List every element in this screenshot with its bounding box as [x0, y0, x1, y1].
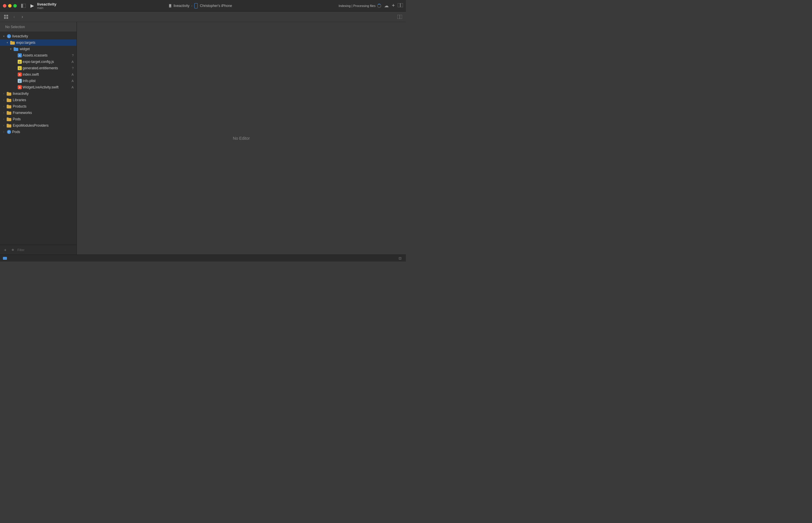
sidebar-item-label: Frameworks	[13, 111, 75, 115]
titlebar: ▶ liveactivity main liveactivity › Chris…	[0, 0, 406, 12]
sidebar-item-expomodulesproviders[interactable]: ExpoModulesProviders	[0, 122, 76, 129]
sidebar-item-frameworks[interactable]: Frameworks	[0, 110, 76, 116]
layout-toggle-button[interactable]	[398, 3, 403, 8]
chevron-icon	[2, 111, 6, 115]
project-info: liveactivity main	[37, 2, 56, 10]
sidebar-item-label: widget	[20, 47, 75, 51]
sidebar-item-expo-target-config[interactable]: js expo-target.config.js A	[0, 58, 76, 65]
editor-layout-button[interactable]	[397, 14, 403, 20]
titlebar-center: liveactivity › Christopher's iPhone	[62, 3, 339, 8]
sidebar-item-pods-blue[interactable]: P Pods	[0, 129, 76, 135]
chevron-icon	[9, 47, 13, 51]
project-icon: L	[7, 34, 11, 38]
folder-icon	[7, 124, 11, 128]
maximize-button[interactable]	[13, 4, 17, 7]
minimize-button[interactable]	[8, 4, 12, 7]
indexing-status: Indexing | Processing files	[339, 4, 381, 8]
sidebar-item-label: Assets.xcassets	[23, 53, 72, 57]
chevron-icon	[2, 104, 6, 108]
sidebar-item-products[interactable]: Products	[0, 103, 76, 110]
chevron-icon	[2, 130, 6, 134]
sidebar-item-widget[interactable]: widget	[0, 46, 76, 52]
sidebar-item-label: expo-target.config.js	[23, 60, 72, 64]
titlebar-right: Indexing | Processing files ☁ +	[339, 3, 403, 9]
main-layout: No Selection L liveactivity expo:targets…	[0, 22, 406, 255]
js-icon: js	[18, 60, 22, 64]
sidebar-item-label: index.swift	[23, 72, 72, 76]
svg-rect-2	[169, 4, 171, 7]
sidebar-header: No Selection	[0, 22, 76, 32]
sidebar-item-widgetliveactivity-swift[interactable]: S WidgetLiveActivity.swift A	[0, 84, 76, 90]
back-button[interactable]: ‹	[11, 14, 17, 20]
folder-icon	[10, 41, 15, 44]
pods-circle-icon: P	[7, 130, 11, 134]
sidebar-item-liveactivity-root[interactable]: L liveactivity	[0, 33, 76, 39]
swift-icon: S	[18, 85, 22, 89]
svg-rect-6	[398, 3, 400, 7]
no-editor-label: No Editor	[233, 136, 250, 141]
sidebar-item-assets-xcassets[interactable]: A Assets.xcassets ?	[0, 52, 76, 58]
folder-icon	[7, 118, 11, 121]
editor-main: No Editor	[77, 22, 406, 255]
forward-button[interactable]: ›	[19, 14, 25, 20]
close-button[interactable]	[3, 4, 6, 7]
plist-icon: p	[18, 79, 22, 83]
chevron-icon	[2, 92, 6, 96]
indexing-spinner	[377, 4, 381, 8]
project-branch: main	[37, 6, 43, 10]
swift-icon: S	[18, 72, 22, 76]
sidebar-item-label: generated.entitlements	[23, 66, 72, 70]
folder-icon	[7, 105, 11, 108]
chevron-icon	[2, 34, 6, 38]
sidebar-item-label: liveactivity	[13, 92, 75, 96]
filter-options-button[interactable]: ⊕	[10, 247, 16, 253]
sidebar-item-label: ExpoModulesProviders	[13, 124, 75, 128]
file-badge: A	[72, 60, 75, 64]
sidebar-footer: + ⊕ Filter	[0, 245, 76, 255]
sidebar-item-liveactivity-group[interactable]: liveactivity	[0, 90, 76, 97]
no-selection-label: No Selection	[3, 24, 27, 30]
sidebar-toggle-button[interactable]	[20, 3, 27, 9]
sidebar-item-info-plist[interactable]: p Info.plist A	[0, 78, 76, 84]
grid-view-button[interactable]	[3, 14, 9, 20]
sidebar-item-label: Products	[13, 104, 75, 108]
sidebar: No Selection L liveactivity expo:targets…	[0, 22, 77, 255]
sidebar-item-label: expo:targets	[16, 41, 75, 44]
status-indicator	[3, 257, 7, 260]
editor-area: No Editor	[77, 22, 406, 255]
bottom-right-button[interactable]: ⊡	[397, 255, 403, 261]
run-button[interactable]: ▶	[29, 3, 35, 9]
add-button[interactable]: +	[392, 3, 395, 9]
sidebar-item-generated-entitlements[interactable]: e generated.entitlements ?	[0, 65, 76, 71]
svg-rect-1	[23, 4, 26, 8]
sidebar-item-label: liveactivity	[12, 34, 75, 38]
svg-rect-7	[401, 3, 403, 7]
traffic-lights	[3, 4, 17, 7]
chevron-icon	[2, 98, 6, 102]
add-item-button[interactable]: +	[2, 247, 8, 253]
project-name: liveactivity	[37, 2, 56, 6]
filter-placeholder: Filter	[17, 248, 24, 252]
chevron-icon	[2, 117, 6, 121]
breadcrumb-separator: ›	[191, 4, 193, 8]
sidebar-item-index-swift[interactable]: S index.swift A	[0, 71, 76, 78]
file-badge: ?	[72, 66, 75, 70]
svg-rect-11	[6, 17, 8, 19]
device-icon	[194, 3, 198, 8]
breadcrumb-device[interactable]: Christopher's iPhone	[194, 3, 232, 8]
sidebar-item-expo-targets[interactable]: expo:targets	[0, 39, 76, 46]
folder-icon	[7, 98, 11, 102]
svg-rect-10	[4, 17, 6, 19]
svg-rect-0	[21, 4, 23, 8]
folder-icon	[7, 92, 11, 96]
sidebar-tree[interactable]: L liveactivity expo:targets widget A Ass…	[0, 32, 76, 245]
sidebar-item-pods[interactable]: Pods	[0, 116, 76, 122]
breadcrumb-project[interactable]: liveactivity	[169, 4, 190, 8]
sidebar-item-label: WidgetLiveActivity.swift	[23, 85, 72, 89]
chevron-icon	[2, 124, 6, 128]
xcassets-icon: A	[18, 53, 22, 57]
sidebar-item-libraries[interactable]: Libraries	[0, 97, 76, 103]
svg-rect-9	[6, 15, 8, 17]
file-badge: A	[72, 73, 75, 76]
cloud-icon: ☁	[384, 3, 389, 8]
